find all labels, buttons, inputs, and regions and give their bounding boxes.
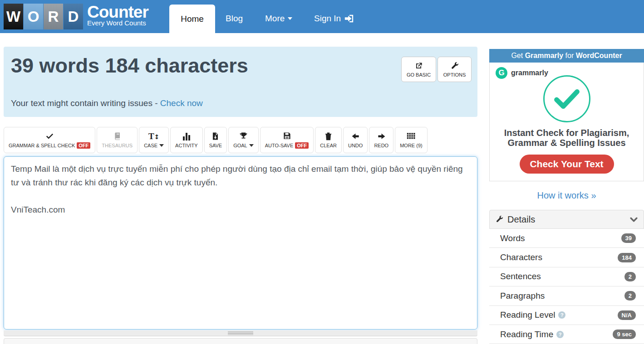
grammarly-logo-text: grammarly (511, 69, 548, 77)
writing-issues-notice: Your text might contain writing issues -… (11, 98, 203, 108)
activity-button[interactable]: ACTIVITY (170, 127, 203, 153)
save-button[interactable]: SAVE (204, 127, 227, 153)
goal-label: GOAL (233, 143, 247, 148)
nav-link-more[interactable]: More (265, 14, 292, 24)
wrench-icon (450, 62, 459, 70)
details-row-reading-level: Reading Level ? N/A (489, 306, 644, 325)
grid-icon (407, 132, 415, 141)
details-label: Characters (500, 252, 542, 262)
logo-tile-d: D (64, 4, 83, 29)
details-label: Sentences (500, 271, 541, 281)
text-editor-input[interactable]: Temp Mail là một dịch vụ trực tuyến miễn… (4, 156, 477, 329)
goal-button[interactable]: GOAL (228, 127, 259, 153)
undo-button[interactable]: UNDO (343, 127, 368, 153)
trash-icon (324, 132, 333, 141)
details-row-paragraphs: Paragraphs 2 (489, 286, 644, 305)
grammar-off-badge: OFF (77, 142, 90, 149)
chevron-down-icon (629, 215, 638, 224)
help-icon[interactable]: ? (558, 311, 565, 319)
auto-save-off-badge: OFF (295, 142, 309, 149)
text-case-icon: T↕ (148, 132, 159, 141)
word-count-title: 39 words 184 characters (11, 54, 248, 78)
reading-level-badge: N/A (618, 310, 636, 320)
ad-header-wordcounter: WordCounter (576, 52, 622, 59)
details-row-characters: Characters 184 (489, 248, 644, 267)
arrow-left-icon (351, 132, 360, 141)
ad-headline-line2: Grammar & Spelling Issues (490, 138, 644, 148)
ad-header-for: for (563, 52, 576, 59)
book-icon (113, 132, 122, 141)
editor-toolbar: GRAMMAR & SPELL CHECK OFF THESAURUS T↕ C… (4, 127, 477, 153)
case-label: CASE (144, 143, 157, 148)
floppy-icon (283, 131, 291, 140)
redo-button[interactable]: REDO (369, 127, 393, 153)
case-button[interactable]: T↕ CASE (139, 127, 169, 153)
wordcounter-logo[interactable]: W O R D Counter Every Word Counts (4, 4, 148, 29)
grammarly-logo: G grammarly (496, 67, 548, 79)
check-circle-icon (543, 75, 590, 122)
count-header-box: 39 words 184 characters Your text might … (4, 47, 477, 117)
logo-tagline: Every Word Counts (87, 19, 148, 27)
nav-tab-home[interactable]: Home (169, 5, 215, 39)
logo-tile-r: R (44, 4, 63, 29)
go-basic-button[interactable]: GO BASIC (401, 57, 436, 82)
details-label: Words (500, 233, 525, 243)
chevron-down-icon (159, 144, 164, 147)
more-label: MORE (9) (400, 143, 423, 148)
chevron-down-icon (249, 144, 254, 147)
auto-save-label: AUTO-SAVE (265, 143, 294, 148)
how-it-works-link[interactable]: How it works » (489, 190, 644, 201)
ad-header-grammarly: Grammarly (525, 52, 564, 59)
options-label: OPTIONS (443, 72, 466, 78)
grammar-spell-check-label: GRAMMAR & SPELL CHECK (9, 143, 75, 148)
characters-count-badge: 184 (618, 253, 636, 262)
grammarly-ad-header: Get Grammarly for WordCounter (489, 49, 644, 63)
check-your-text-button[interactable]: Check Your Text (520, 155, 614, 174)
check-now-link[interactable]: Check now (160, 98, 203, 108)
paragraphs-count-badge: 2 (624, 291, 636, 300)
clear-label: CLEAR (320, 143, 337, 148)
ad-headline-line1: Instant Check for Plagiarism, (490, 128, 644, 138)
logo-tile-o: O (24, 4, 43, 29)
editor-resize-handle[interactable] (4, 330, 477, 336)
wordcounter-page: W O R D Counter Every Word Counts Home B… (0, 0, 644, 344)
trophy-icon (239, 132, 248, 141)
reading-time-badge: 9 sec (613, 329, 636, 339)
clear-button[interactable]: CLEAR (315, 127, 342, 153)
nav-link-blog[interactable]: Blog (226, 14, 243, 24)
words-count-badge: 39 (621, 233, 636, 243)
bar-chart-icon (183, 132, 190, 141)
details-label: Paragraphs (500, 291, 545, 301)
help-icon[interactable]: ? (556, 331, 564, 338)
logo-tile-w: W (4, 4, 23, 29)
grip-lines-icon (228, 331, 253, 335)
options-button[interactable]: OPTIONS (438, 57, 472, 82)
external-link-icon (414, 62, 423, 70)
keyword-density-panel (4, 338, 477, 344)
details-panel-header[interactable]: Details (489, 210, 644, 229)
activity-label: ACTIVITY (175, 143, 198, 148)
details-title: Details (507, 214, 535, 225)
redo-label: REDO (374, 143, 388, 148)
nav-link-sign-in[interactable]: Sign In (314, 14, 354, 24)
more-button[interactable]: MORE (9) (395, 127, 428, 153)
grammarly-ad[interactable]: G grammarly Instant Check for Plagiarism… (489, 63, 644, 181)
undo-label: UNDO (348, 143, 363, 148)
logo-text: Counter Every Word Counts (87, 4, 148, 27)
details-rows: Words 39 Characters 184 Sentences 2 Para… (489, 229, 644, 344)
chevron-down-icon (288, 17, 292, 20)
sentences-count-badge: 2 (624, 272, 636, 281)
logo-title: Counter (87, 4, 148, 20)
go-basic-label: GO BASIC (407, 72, 431, 78)
top-navbar: W O R D Counter Every Word Counts Home B… (0, 0, 644, 33)
notice-text: Your text might contain writing issues - (11, 98, 160, 108)
ad-header-text: Get (511, 52, 525, 59)
grammar-spell-check-button[interactable]: GRAMMAR & SPELL CHECK OFF (4, 127, 95, 153)
thesaurus-button[interactable]: THESAURUS (97, 127, 138, 153)
wrench-icon (495, 215, 503, 223)
save-download-icon (211, 132, 220, 141)
thesaurus-label: THESAURUS (102, 143, 133, 148)
save-label: SAVE (209, 143, 222, 148)
check-icon (45, 131, 54, 140)
auto-save-button[interactable]: AUTO-SAVE OFF (260, 127, 314, 153)
